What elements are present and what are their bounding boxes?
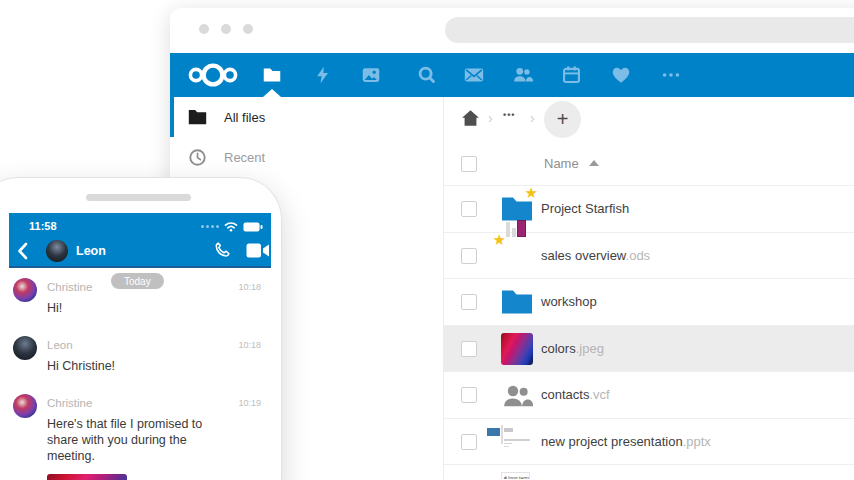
- avatar: [13, 278, 37, 302]
- text-file-thumbnail: # long term: [501, 466, 533, 479]
- address-bar[interactable]: [445, 17, 854, 43]
- row-checkbox[interactable]: [461, 248, 477, 264]
- sort-ascending-icon[interactable]: [589, 160, 599, 166]
- file-name: new project presentation: [541, 434, 683, 449]
- image-thumbnail: [501, 333, 533, 365]
- list-header: Name: [444, 143, 854, 185]
- folder-icon: [501, 286, 533, 318]
- message-text: Here's that file I promised to share wit…: [41, 414, 263, 464]
- breadcrumb: › ••• › +: [444, 97, 854, 143]
- table-row[interactable]: new project presentation.pptx: [444, 418, 854, 465]
- mail-icon[interactable]: [462, 63, 486, 87]
- phone-mockup: 11:58 Leon: [0, 177, 282, 480]
- text-preview: # long term: [501, 472, 530, 479]
- more-apps-icon[interactable]: [659, 63, 683, 87]
- date-separator: Today: [111, 273, 164, 289]
- row-checkbox[interactable]: [461, 294, 477, 310]
- table-row[interactable]: ★ sales overview.ods: [444, 232, 854, 279]
- chat-message[interactable]: Christine 10:19 Here's that file I promi…: [9, 390, 271, 480]
- chevron-right-icon: ›: [530, 110, 535, 126]
- talk-header: 11:58 Leon: [9, 213, 271, 268]
- shared-image-attachment[interactable]: [47, 474, 127, 480]
- avatar: [13, 336, 37, 360]
- message-author: Christine: [41, 392, 263, 414]
- window-control-dot[interactable]: [221, 24, 231, 34]
- favorite-star-icon: ★: [493, 231, 506, 249]
- files-icon[interactable]: [260, 63, 284, 87]
- back-icon[interactable]: [17, 242, 28, 260]
- file-list-pane: › ••• › + Name ★ Project Starfish: [443, 97, 854, 480]
- row-checkbox[interactable]: [461, 434, 477, 450]
- sidebar-item-all-files[interactable]: All files: [170, 97, 443, 137]
- favorite-star-icon: ★: [525, 184, 538, 202]
- phone-screen: 11:58 Leon: [9, 213, 271, 480]
- window-control-dot[interactable]: [243, 24, 253, 34]
- file-name: Project Starfish: [541, 201, 629, 216]
- chat-message[interactable]: Leon 10:18 Hi Christine!: [9, 332, 271, 382]
- chevron-right-icon: ›: [488, 110, 493, 126]
- row-checkbox[interactable]: [461, 387, 477, 403]
- active-app-pointer: [263, 89, 281, 97]
- message-author: Leon: [41, 334, 263, 356]
- presentation-thumbnail: [501, 426, 533, 458]
- window-control-dot[interactable]: [199, 24, 209, 34]
- row-checkbox[interactable]: [461, 341, 477, 357]
- message-time: 10:18: [238, 282, 261, 292]
- avatar: [13, 394, 37, 418]
- home-icon[interactable]: [460, 108, 481, 132]
- status-icons: [201, 221, 263, 232]
- video-call-icon[interactable]: [246, 243, 270, 258]
- message-text: Hi Christine!: [41, 356, 263, 374]
- name-column-header[interactable]: Name: [544, 156, 579, 171]
- signal-icon: [201, 225, 219, 228]
- file-extension: .vcf: [589, 387, 609, 402]
- contacts-file-icon: [501, 379, 533, 411]
- call-icon[interactable]: [214, 241, 232, 259]
- message-text: Hi!: [41, 298, 263, 316]
- table-row[interactable]: contacts.vcf: [444, 371, 854, 418]
- breadcrumb-more[interactable]: •••: [503, 110, 515, 120]
- table-row[interactable]: workshop: [444, 278, 854, 325]
- file-extension: .pptx: [683, 434, 711, 449]
- search-icon[interactable]: [415, 63, 439, 87]
- nextcloud-logo[interactable]: [186, 59, 240, 91]
- sidebar-item-label: Recent: [224, 150, 265, 165]
- chat-messages: Today Christine 10:18 Hi! Leon 10:18 Hi …: [9, 268, 271, 480]
- app-navigation-bar: [170, 53, 854, 97]
- file-name: workshop: [541, 294, 597, 309]
- clock-icon: [186, 148, 208, 167]
- row-checkbox[interactable]: [461, 201, 477, 217]
- photos-icon[interactable]: [359, 63, 383, 87]
- new-file-button[interactable]: +: [544, 101, 581, 138]
- battery-icon: [243, 222, 263, 232]
- sidebar-item-recent[interactable]: Recent: [170, 137, 443, 177]
- favorites-heart-icon[interactable]: [609, 63, 633, 87]
- file-extension: .ods: [626, 248, 651, 263]
- select-all-checkbox[interactable]: [461, 156, 477, 172]
- folder-icon: [186, 109, 208, 125]
- contacts-icon[interactable]: [510, 63, 534, 87]
- file-name: sales overview: [541, 248, 626, 263]
- conversation-title: Leon: [76, 244, 106, 258]
- file-extension: .jpeg: [576, 341, 604, 356]
- status-time: 11:58: [29, 220, 57, 232]
- calendar-icon[interactable]: [559, 63, 583, 87]
- table-row-partial[interactable]: # long term: [444, 464, 854, 479]
- avatar[interactable]: [46, 240, 68, 262]
- activity-icon[interactable]: [311, 63, 335, 87]
- conversation-toolbar: Leon: [9, 237, 271, 267]
- sidebar-item-label: All files: [224, 110, 265, 125]
- wifi-icon: [224, 221, 238, 232]
- browser-chrome: [170, 8, 854, 53]
- message-time: 10:18: [238, 340, 261, 350]
- file-name: contacts: [541, 387, 589, 402]
- file-name: colors: [541, 341, 576, 356]
- table-row-selected[interactable]: colors.jpeg: [444, 325, 854, 372]
- message-time: 10:19: [238, 398, 261, 408]
- phone-speaker: [86, 194, 191, 201]
